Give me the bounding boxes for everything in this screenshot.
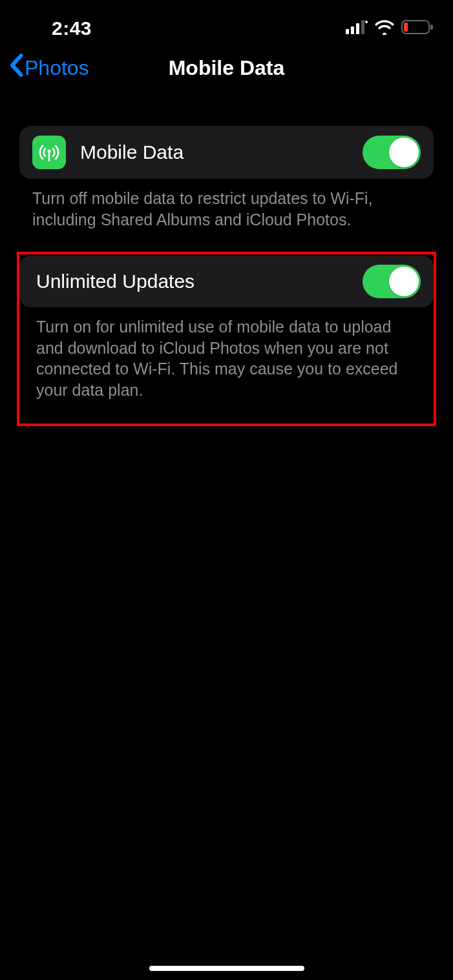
svg-rect-1 xyxy=(351,26,354,34)
svg-rect-0 xyxy=(346,29,349,34)
status-time: 2:43 xyxy=(19,17,92,39)
mobile-data-toggle[interactable] xyxy=(363,136,421,169)
svg-rect-2 xyxy=(356,23,359,34)
nav-bar: Photos Mobile Data xyxy=(0,45,453,90)
unlimited-updates-toggle[interactable] xyxy=(363,265,421,298)
unlimited-updates-section: Unlimited Updates Turn on for unlimited … xyxy=(19,256,434,413)
antenna-icon xyxy=(32,136,66,169)
toggle-knob xyxy=(389,138,419,167)
home-indicator[interactable] xyxy=(149,966,304,971)
mobile-data-label: Mobile Data xyxy=(80,141,363,163)
toggle-knob xyxy=(389,267,419,296)
status-icons xyxy=(346,19,434,37)
unlimited-updates-label: Unlimited Updates xyxy=(36,271,363,292)
mobile-data-footer: Turn off mobile data to restrict updates… xyxy=(19,179,434,230)
mobile-data-cell: Mobile Data xyxy=(19,126,434,179)
battery-icon xyxy=(401,19,434,37)
mobile-data-section: Mobile Data Turn off mobile data to rest… xyxy=(19,126,434,230)
svg-rect-3 xyxy=(361,20,364,34)
back-label: Photos xyxy=(25,56,89,80)
status-bar: 2:43 xyxy=(0,0,453,45)
svg-rect-7 xyxy=(430,25,433,30)
unlimited-updates-footer: Turn on for unlimited use of mobile data… xyxy=(19,307,434,413)
back-button[interactable]: Photos xyxy=(9,54,89,82)
svg-point-4 xyxy=(365,21,368,23)
svg-rect-6 xyxy=(404,23,408,32)
unlimited-updates-cell: Unlimited Updates xyxy=(19,256,434,307)
cellular-icon xyxy=(346,20,368,37)
chevron-left-icon xyxy=(9,54,23,82)
page-title: Mobile Data xyxy=(169,56,285,80)
wifi-icon xyxy=(374,19,395,37)
